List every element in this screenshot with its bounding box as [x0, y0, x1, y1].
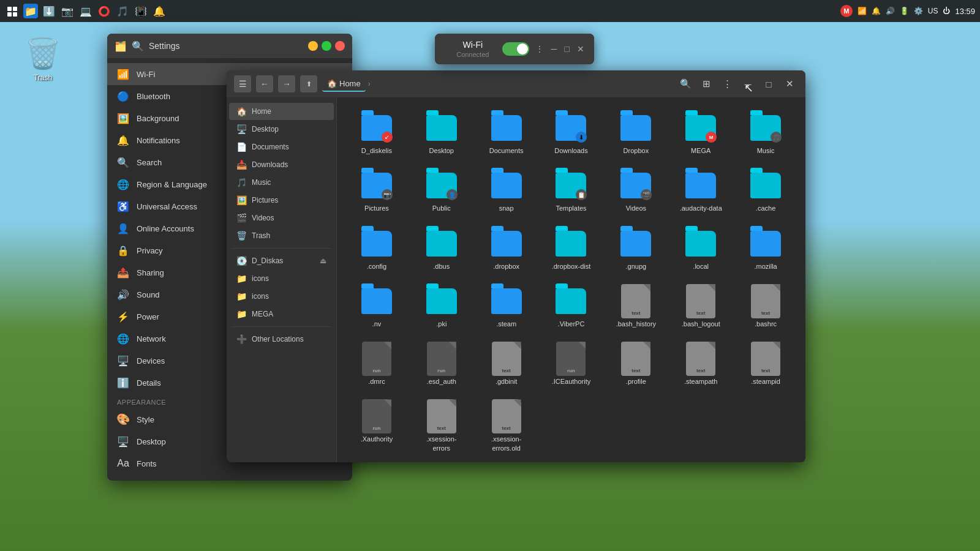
fm-parent-btn[interactable]: ⬆	[300, 75, 317, 92]
wifi-indicator[interactable]: 📶	[858, 7, 867, 15]
sidebar-item-downloads[interactable]: 📥 Downloads	[229, 156, 334, 173]
settings-maximize-btn[interactable]	[322, 41, 331, 51]
list-item[interactable]: .nv	[347, 280, 407, 333]
sidebar-item-mega[interactable]: 📁 MEGA	[229, 305, 334, 323]
list-item[interactable]: 📷 Pictures	[347, 165, 407, 217]
list-item[interactable]: text .xsession-errors.old	[477, 395, 537, 457]
sidebar-item-d-diskas[interactable]: 💽 D_Diskas ⏏	[229, 252, 334, 269]
settings-item-windows[interactable]: ⬜ Windows	[107, 474, 352, 481]
sharing-icon: 📤	[117, 266, 129, 279]
list-item[interactable]: .dbus	[412, 223, 472, 276]
sidebar-item-videos[interactable]: 🎬 Videos	[229, 209, 334, 227]
list-item[interactable]: .audacity-data	[671, 165, 731, 217]
spotify-taskbar-icon[interactable]: 🎵	[115, 4, 130, 18]
sidebar-item-pictures[interactable]: 🖼️ Pictures	[229, 192, 334, 209]
terminal-taskbar-icon[interactable]: 💻	[78, 4, 93, 18]
file-label: .dmrc	[368, 377, 385, 386]
list-item[interactable]: text .bash_logout	[671, 280, 731, 333]
settings-minimize-btn[interactable]	[308, 41, 318, 51]
fm-back-btn[interactable]: ←	[256, 75, 273, 92]
list-item[interactable]: Dropbox	[606, 107, 666, 160]
fm-menu-btn[interactable]: ☰	[234, 75, 251, 92]
settings-search-icon[interactable]: 🔍	[132, 40, 144, 52]
brave-taskbar-icon[interactable]: 🔔	[152, 4, 167, 18]
fm-maximize-btn[interactable]: □	[760, 75, 777, 92]
fm-breadcrumb-home[interactable]: 🏠 Home	[322, 77, 366, 92]
fm-close-btn[interactable]: ✕	[781, 75, 798, 92]
icons1-sidebar-icon: 📁	[236, 274, 247, 283]
wifi-close-btn[interactable]: ✕	[576, 43, 586, 55]
trash-desktop-icon[interactable]: 🗑️ Trash	[24, 37, 61, 82]
list-item[interactable]: ⬇ Downloads	[541, 107, 601, 160]
sidebar-item-home[interactable]: 🏠 Home	[229, 103, 334, 120]
screenshot-taskbar-icon[interactable]: 📷	[60, 4, 75, 18]
list-item[interactable]: run .dmrc	[347, 338, 407, 391]
list-item[interactable]: run .ICEauthority	[541, 338, 601, 391]
list-item[interactable]: text .bash_history	[606, 280, 666, 333]
wifi-menu-btn[interactable]: ⋮	[534, 43, 545, 55]
list-item[interactable]: text .xsession-errors	[412, 395, 472, 457]
wifi-maximize-btn[interactable]: □	[564, 43, 571, 55]
list-item[interactable]: .gnupg	[606, 223, 666, 276]
list-item[interactable]: .mozilla	[736, 223, 796, 276]
list-item[interactable]: Desktop	[412, 107, 472, 160]
fm-view-grid-btn[interactable]: ⊞	[698, 75, 715, 92]
list-item[interactable]: M MEGA	[671, 107, 731, 160]
list-item[interactable]: text .bashrc	[736, 280, 796, 333]
list-item[interactable]: text .gdbinit	[477, 338, 537, 391]
app-menu-icon[interactable]	[5, 4, 20, 18]
keyboard-layout[interactable]: US	[928, 7, 938, 15]
stop-taskbar-icon[interactable]: ⭕	[97, 4, 111, 18]
trash-sidebar-icon: 🗑️	[236, 231, 247, 241]
list-item[interactable]: run .Xauthority	[347, 395, 407, 457]
sidebar-item-icons2[interactable]: 📁 icons	[229, 288, 334, 305]
sidebar-item-trash[interactable]: 🗑️ Trash	[229, 227, 334, 244]
list-item[interactable]: .dropbox	[477, 223, 537, 276]
notification-indicator[interactable]: 🔔	[872, 7, 881, 15]
list-item[interactable]: .cache	[736, 165, 796, 217]
file-icon-image: text	[492, 342, 521, 376]
d-diskas-eject-btn[interactable]: ⏏	[320, 257, 326, 265]
wifi-minimize-btn[interactable]: ─	[550, 43, 559, 55]
list-item[interactable]: text .steampid	[736, 338, 796, 391]
download-taskbar-icon[interactable]: ⬇️	[42, 4, 56, 18]
list-item[interactable]: text .profile	[606, 338, 666, 391]
list-item[interactable]: 👤 Public	[412, 165, 472, 217]
settings-menu-icon[interactable]: 🗂️	[115, 40, 127, 52]
list-item[interactable]: run .esd_auth	[412, 338, 472, 391]
list-item[interactable]: Documents	[477, 107, 537, 160]
sidebar-item-icons1[interactable]: 📁 icons	[229, 270, 334, 287]
files-taskbar-icon[interactable]: 📁	[23, 4, 38, 18]
list-item[interactable]: .pki	[412, 280, 472, 333]
sidebar-item-documents[interactable]: 📄 Documents	[229, 138, 334, 156]
list-item[interactable]: snap	[477, 165, 537, 217]
fm-forward-btn[interactable]: →	[278, 75, 295, 92]
fm-menu-extra-btn[interactable]: ⋮	[718, 75, 736, 92]
viber-taskbar-icon[interactable]: 📳	[134, 4, 148, 18]
list-item[interactable]: ↙ D_diskelis	[347, 107, 407, 160]
list-item[interactable]: .steam	[477, 280, 537, 333]
file-icon-image: text	[686, 342, 715, 376]
list-item[interactable]: text .steampath	[671, 338, 731, 391]
settings-indicator[interactable]: ⚙️	[914, 7, 923, 15]
list-item[interactable]: .ViberPC	[541, 280, 601, 333]
list-item[interactable]: 📋 Templates	[541, 165, 601, 217]
power-btn[interactable]: ⏻	[943, 7, 950, 15]
list-item[interactable]: .config	[347, 223, 407, 276]
volume-indicator[interactable]: 🔊	[886, 7, 895, 15]
mega-indicator[interactable]: M	[840, 5, 853, 17]
list-item[interactable]: 🎵 Music	[736, 107, 796, 160]
wifi-toggle[interactable]	[502, 42, 529, 56]
list-item[interactable]: .local	[671, 223, 731, 276]
folder-label: Templates	[556, 204, 586, 212]
power-indicator[interactable]: 🔋	[900, 7, 909, 15]
sidebar-item-desktop[interactable]: 🖥️ Desktop	[229, 121, 334, 138]
settings-close-btn[interactable]	[335, 41, 345, 51]
folder-label: Documents	[489, 146, 524, 155]
fm-minimize-btn[interactable]: ─	[739, 75, 756, 92]
fm-search-btn[interactable]: 🔍	[677, 75, 694, 92]
sidebar-item-other-locations[interactable]: ➕ Other Locations	[229, 331, 334, 348]
list-item[interactable]: .dropbox-dist	[541, 223, 601, 276]
list-item[interactable]: 🎬 Videos	[606, 165, 666, 217]
sidebar-item-music[interactable]: 🎵 Music	[229, 174, 334, 191]
